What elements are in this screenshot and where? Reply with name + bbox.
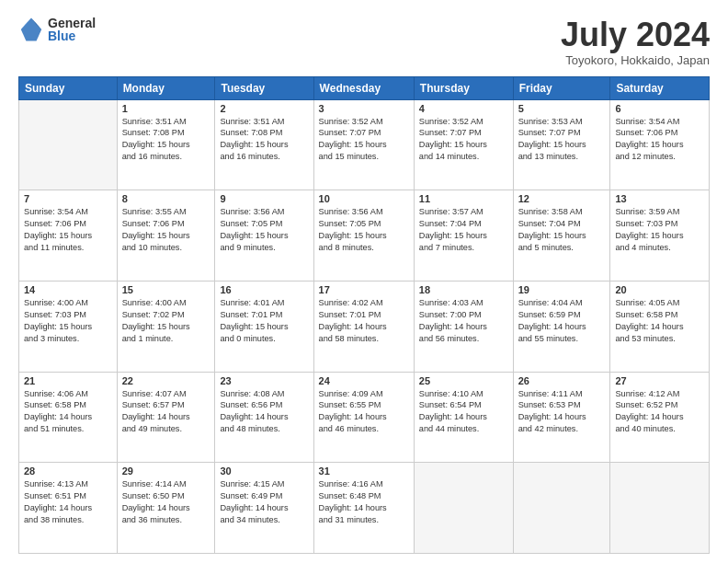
calendar-week-2: 7Sunrise: 3:54 AM Sunset: 7:06 PM Daylig… bbox=[19, 190, 710, 282]
day-info: Sunrise: 4:10 AM Sunset: 6:54 PM Dayligh… bbox=[419, 388, 508, 436]
day-info: Sunrise: 4:04 AM Sunset: 6:59 PM Dayligh… bbox=[518, 297, 606, 345]
day-info: Sunrise: 4:01 AM Sunset: 7:01 PM Dayligh… bbox=[220, 297, 308, 345]
day-info: Sunrise: 4:07 AM Sunset: 6:57 PM Dayligh… bbox=[122, 388, 210, 436]
table-row: 11Sunrise: 3:57 AM Sunset: 7:04 PM Dayli… bbox=[414, 190, 513, 282]
table-row: 17Sunrise: 4:02 AM Sunset: 7:01 PM Dayli… bbox=[313, 281, 414, 372]
table-row: 31Sunrise: 4:16 AM Sunset: 6:48 PM Dayli… bbox=[313, 463, 414, 554]
day-number: 4 bbox=[419, 103, 508, 114]
calendar-week-5: 28Sunrise: 4:13 AM Sunset: 6:51 PM Dayli… bbox=[19, 463, 710, 554]
day-number: 23 bbox=[220, 375, 308, 386]
table-row bbox=[414, 463, 513, 554]
calendar-header-row: SundayMondayTuesdayWednesdayThursdayFrid… bbox=[19, 76, 710, 99]
day-number: 8 bbox=[122, 193, 210, 204]
day-number: 3 bbox=[319, 103, 409, 114]
table-row: 18Sunrise: 4:03 AM Sunset: 7:00 PM Dayli… bbox=[414, 281, 513, 372]
day-info: Sunrise: 4:11 AM Sunset: 6:53 PM Dayligh… bbox=[518, 388, 606, 436]
day-number: 1 bbox=[122, 103, 210, 114]
table-row: 12Sunrise: 3:58 AM Sunset: 7:04 PM Dayli… bbox=[513, 190, 610, 282]
day-number: 14 bbox=[24, 284, 112, 295]
day-info: Sunrise: 4:16 AM Sunset: 6:48 PM Dayligh… bbox=[319, 478, 409, 526]
day-info: Sunrise: 4:00 AM Sunset: 7:03 PM Dayligh… bbox=[24, 297, 112, 345]
day-info: Sunrise: 3:55 AM Sunset: 7:06 PM Dayligh… bbox=[122, 206, 210, 254]
day-info: Sunrise: 3:56 AM Sunset: 7:05 PM Dayligh… bbox=[319, 206, 409, 254]
day-number: 7 bbox=[24, 193, 112, 204]
table-row: 2Sunrise: 3:51 AM Sunset: 7:08 PM Daylig… bbox=[215, 99, 313, 190]
day-number: 5 bbox=[518, 103, 606, 114]
day-info: Sunrise: 4:12 AM Sunset: 6:52 PM Dayligh… bbox=[615, 388, 704, 436]
table-row: 23Sunrise: 4:08 AM Sunset: 6:56 PM Dayli… bbox=[215, 372, 313, 463]
logo-blue: Blue bbox=[48, 29, 96, 42]
day-header-saturday: Saturday bbox=[610, 76, 710, 99]
header: General Blue July 2024 Toyokoro, Hokkaid… bbox=[18, 17, 710, 67]
table-row: 3Sunrise: 3:52 AM Sunset: 7:07 PM Daylig… bbox=[313, 99, 414, 190]
day-number: 30 bbox=[220, 465, 308, 477]
calendar-week-1: 1Sunrise: 3:51 AM Sunset: 7:08 PM Daylig… bbox=[19, 99, 710, 190]
logo-text: General Blue bbox=[48, 17, 96, 42]
table-row: 7Sunrise: 3:54 AM Sunset: 7:06 PM Daylig… bbox=[19, 190, 118, 282]
day-number: 28 bbox=[24, 465, 112, 477]
day-number: 21 bbox=[24, 375, 112, 386]
day-number: 18 bbox=[419, 284, 508, 295]
day-info: Sunrise: 3:56 AM Sunset: 7:05 PM Dayligh… bbox=[220, 206, 308, 254]
day-info: Sunrise: 4:06 AM Sunset: 6:58 PM Dayligh… bbox=[24, 388, 112, 436]
day-number: 24 bbox=[319, 375, 409, 386]
day-info: Sunrise: 3:52 AM Sunset: 7:07 PM Dayligh… bbox=[319, 116, 409, 164]
table-row: 16Sunrise: 4:01 AM Sunset: 7:01 PM Dayli… bbox=[215, 281, 313, 372]
day-info: Sunrise: 4:13 AM Sunset: 6:51 PM Dayligh… bbox=[24, 478, 112, 526]
day-number: 19 bbox=[518, 284, 606, 295]
table-row: 29Sunrise: 4:14 AM Sunset: 6:50 PM Dayli… bbox=[117, 463, 215, 554]
table-row: 22Sunrise: 4:07 AM Sunset: 6:57 PM Dayli… bbox=[117, 372, 215, 463]
table-row: 27Sunrise: 4:12 AM Sunset: 6:52 PM Dayli… bbox=[610, 372, 710, 463]
table-row: 4Sunrise: 3:52 AM Sunset: 7:07 PM Daylig… bbox=[414, 99, 513, 190]
day-info: Sunrise: 4:15 AM Sunset: 6:49 PM Dayligh… bbox=[220, 478, 308, 526]
month-title: July 2024 bbox=[561, 17, 710, 53]
table-row: 24Sunrise: 4:09 AM Sunset: 6:55 PM Dayli… bbox=[313, 372, 414, 463]
day-header-friday: Friday bbox=[513, 76, 610, 99]
svg-marker-0 bbox=[21, 17, 41, 40]
table-row: 6Sunrise: 3:54 AM Sunset: 7:06 PM Daylig… bbox=[610, 99, 710, 190]
table-row: 14Sunrise: 4:00 AM Sunset: 7:03 PM Dayli… bbox=[19, 281, 118, 372]
day-info: Sunrise: 3:51 AM Sunset: 7:08 PM Dayligh… bbox=[122, 116, 210, 164]
table-row: 8Sunrise: 3:55 AM Sunset: 7:06 PM Daylig… bbox=[117, 190, 215, 282]
table-row: 1Sunrise: 3:51 AM Sunset: 7:08 PM Daylig… bbox=[117, 99, 215, 190]
table-row: 19Sunrise: 4:04 AM Sunset: 6:59 PM Dayli… bbox=[513, 281, 610, 372]
day-number: 16 bbox=[220, 284, 308, 295]
day-info: Sunrise: 3:53 AM Sunset: 7:07 PM Dayligh… bbox=[518, 116, 606, 164]
calendar-week-4: 21Sunrise: 4:06 AM Sunset: 6:58 PM Dayli… bbox=[19, 372, 710, 463]
calendar-week-3: 14Sunrise: 4:00 AM Sunset: 7:03 PM Dayli… bbox=[19, 281, 710, 372]
day-info: Sunrise: 4:08 AM Sunset: 6:56 PM Dayligh… bbox=[220, 388, 308, 436]
table-row bbox=[610, 463, 710, 554]
day-info: Sunrise: 3:51 AM Sunset: 7:08 PM Dayligh… bbox=[220, 116, 308, 164]
logo-general: General bbox=[48, 17, 96, 29]
day-info: Sunrise: 3:58 AM Sunset: 7:04 PM Dayligh… bbox=[518, 206, 606, 254]
day-info: Sunrise: 4:14 AM Sunset: 6:50 PM Dayligh… bbox=[122, 478, 210, 526]
day-number: 20 bbox=[615, 284, 704, 295]
day-info: Sunrise: 3:59 AM Sunset: 7:03 PM Dayligh… bbox=[615, 206, 704, 254]
day-info: Sunrise: 3:54 AM Sunset: 7:06 PM Dayligh… bbox=[24, 206, 112, 254]
day-info: Sunrise: 4:02 AM Sunset: 7:01 PM Dayligh… bbox=[319, 297, 409, 345]
day-number: 22 bbox=[122, 375, 210, 386]
table-row: 25Sunrise: 4:10 AM Sunset: 6:54 PM Dayli… bbox=[414, 372, 513, 463]
day-number: 12 bbox=[518, 193, 606, 204]
day-info: Sunrise: 4:00 AM Sunset: 7:02 PM Dayligh… bbox=[122, 297, 210, 345]
day-number: 10 bbox=[319, 193, 409, 204]
page: General Blue July 2024 Toyokoro, Hokkaid… bbox=[0, 0, 728, 563]
logo: General Blue bbox=[18, 17, 96, 42]
table-row: 5Sunrise: 3:53 AM Sunset: 7:07 PM Daylig… bbox=[513, 99, 610, 190]
day-header-monday: Monday bbox=[117, 76, 215, 99]
day-header-tuesday: Tuesday bbox=[215, 76, 313, 99]
day-number: 25 bbox=[419, 375, 508, 386]
day-number: 2 bbox=[220, 103, 308, 114]
table-row: 21Sunrise: 4:06 AM Sunset: 6:58 PM Dayli… bbox=[19, 372, 118, 463]
title-block: July 2024 Toyokoro, Hokkaido, Japan bbox=[561, 17, 710, 67]
table-row: 15Sunrise: 4:00 AM Sunset: 7:02 PM Dayli… bbox=[117, 281, 215, 372]
day-number: 15 bbox=[122, 284, 210, 295]
location: Toyokoro, Hokkaido, Japan bbox=[561, 53, 710, 67]
table-row: 28Sunrise: 4:13 AM Sunset: 6:51 PM Dayli… bbox=[19, 463, 118, 554]
day-number: 13 bbox=[615, 193, 704, 204]
day-info: Sunrise: 4:03 AM Sunset: 7:00 PM Dayligh… bbox=[419, 297, 508, 345]
logo-icon bbox=[18, 17, 44, 42]
day-info: Sunrise: 3:52 AM Sunset: 7:07 PM Dayligh… bbox=[419, 116, 508, 164]
day-header-wednesday: Wednesday bbox=[313, 76, 414, 99]
day-number: 6 bbox=[615, 103, 704, 114]
